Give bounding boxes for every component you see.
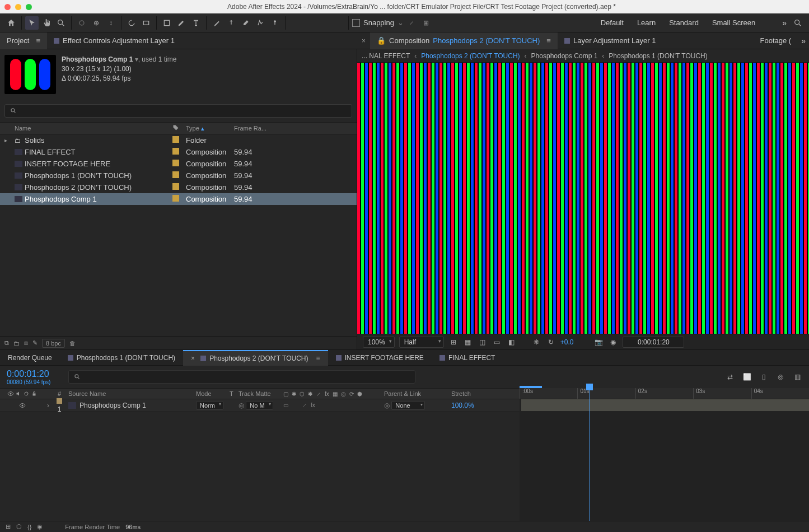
eye-icon[interactable] [19, 402, 26, 409]
timeline-tab[interactable]: FINAL EFFECT [432, 350, 503, 366]
new-adjustment-icon[interactable]: ✎ [32, 339, 38, 347]
transparency-grid-icon[interactable]: ⊞ [448, 337, 459, 347]
new-folder-icon[interactable]: 🗀 [13, 340, 20, 347]
exposure-value[interactable]: +0.0 [560, 338, 574, 346]
timeline-search-input[interactable] [68, 370, 415, 384]
toggle-render-icon[interactable]: ◉ [37, 523, 43, 530]
color-mgmt-icon[interactable]: ❋ [531, 337, 541, 347]
new-comp-icon[interactable]: ⧈ [24, 339, 28, 347]
snap-icon[interactable]: ⟋ [405, 16, 418, 30]
rotate-tool[interactable] [125, 16, 138, 30]
snapping-checkbox[interactable] [352, 19, 360, 27]
rectangle-tool[interactable] [139, 16, 153, 30]
zoom-tool[interactable] [54, 16, 68, 30]
project-items-list[interactable]: ▸🗀SolidsFolderFINAL EFFECTComposition59.… [0, 134, 357, 336]
eye-icon[interactable] [7, 390, 14, 397]
interpret-footage-icon[interactable]: ⧉ [4, 339, 9, 347]
type-tool[interactable] [189, 16, 203, 30]
toggle-switches-icon[interactable]: ⊞ [6, 523, 11, 530]
trash-icon[interactable]: 🗑 [69, 340, 76, 347]
breadcrumb-item-active[interactable]: Phosphodops 2 (DON'T TOUCH) [421, 52, 520, 60]
snapshot-icon[interactable]: 📷 [593, 337, 604, 347]
hand-tool[interactable] [40, 16, 53, 30]
comp-mini-flowchart-icon[interactable]: ⇄ [725, 372, 735, 382]
footage-tab[interactable]: Footage ( [754, 32, 798, 49]
shape-tool[interactable] [160, 16, 174, 30]
chevron-left-icon[interactable]: ‹ [414, 52, 417, 60]
mask-icon[interactable]: ▦ [463, 337, 473, 347]
workspace-default[interactable]: Default [601, 18, 624, 27]
time-ruler[interactable]: :00s 01s 02s 03s 04s [520, 388, 809, 399]
workspace-learn[interactable]: Learn [637, 18, 656, 27]
camera-tool[interactable]: ↕ [104, 16, 118, 30]
project-tab[interactable]: Project≡ [0, 32, 47, 49]
project-search-input[interactable] [4, 104, 352, 118]
toggle-in-out-icon[interactable]: {} [27, 524, 31, 530]
current-time-field[interactable]: 0:00:01:20 [623, 337, 684, 348]
project-item-row[interactable]: Phosphodops 2 (DON'T TOUCH)Composition59… [0, 181, 357, 193]
chevron-left-icon[interactable]: ‹ [525, 52, 527, 60]
workspace-standard[interactable]: Standard [669, 18, 699, 27]
timeline-timecode[interactable]: 0:00:01:20 00080 (59.94 fps) [0, 369, 62, 385]
motion-blur-icon[interactable]: ▥ [792, 372, 802, 382]
project-item-row[interactable]: FINAL EFFECTComposition59.94 [0, 146, 357, 158]
selection-tool[interactable] [25, 16, 39, 30]
tag-icon[interactable] [172, 124, 179, 131]
frame-blend-icon[interactable]: ◎ [775, 372, 785, 382]
guides-icon[interactable]: ▭ [492, 337, 502, 347]
bpc-button[interactable]: 8 bpc [42, 339, 65, 348]
workspace-smallscreen[interactable]: Small Screen [712, 18, 755, 27]
timeline-track-area[interactable] [520, 399, 809, 521]
orbit-tool[interactable] [75, 16, 88, 30]
channel-icon[interactable]: ◧ [507, 337, 517, 347]
show-snapshot-icon[interactable]: ◉ [608, 337, 618, 347]
effect-controls-tab[interactable]: Effect Controls Adjustment Layer 1 [47, 32, 181, 49]
composition-viewer[interactable] [357, 63, 809, 334]
minimize-window-button[interactable] [15, 4, 21, 10]
exposure-icon[interactable]: ↻ [546, 337, 556, 347]
brush-tool[interactable] [210, 16, 223, 30]
layer-tab[interactable]: Layer Adjustment Layer 1 [558, 32, 662, 49]
zoom-dropdown[interactable]: 100% [363, 337, 395, 348]
resolution-dropdown[interactable]: Half [399, 337, 444, 348]
audio-icon[interactable] [15, 390, 22, 397]
breadcrumb-item[interactable]: ... NAL EFFECT [362, 52, 410, 60]
twirl-icon[interactable]: › [45, 402, 53, 409]
pan-behind-tool[interactable]: ⊕ [90, 16, 103, 30]
timeline-tab[interactable]: Phosphodops 1 (DON'T TOUCH) [60, 350, 183, 366]
track-matte-dropdown[interactable]: No M [246, 401, 273, 410]
breadcrumb-item[interactable]: Phosphodops Comp 1 [531, 52, 598, 60]
region-icon[interactable]: ◫ [478, 337, 488, 347]
home-button[interactable] [4, 16, 18, 30]
zoom-window-button[interactable] [26, 4, 32, 10]
stretch-value[interactable]: 100.0% [449, 402, 488, 409]
eraser-tool[interactable] [239, 16, 252, 30]
pen-tool[interactable] [175, 16, 188, 30]
close-tab-icon[interactable]: × [357, 37, 370, 45]
layer-duration-bar[interactable] [521, 399, 809, 411]
composition-tab[interactable]: 🔒 Composition Phosphodops 2 (DON'T TOUCH… [370, 32, 558, 49]
draft-3d-icon[interactable]: ⬜ [742, 372, 752, 382]
snapping-toggle[interactable]: Snapping ⌄ [352, 18, 404, 27]
puppet-pin-tool[interactable] [268, 16, 282, 30]
project-item-row[interactable]: INSERT FOOTAGE HEREComposition59.94 [0, 158, 357, 170]
search-icon[interactable] [791, 16, 805, 30]
roto-brush-tool[interactable] [254, 16, 267, 30]
shy-icon[interactable]: ▯ [759, 372, 769, 382]
tabs-overflow-icon[interactable]: » [798, 36, 809, 45]
workspaces-overflow-icon[interactable]: » [779, 18, 790, 27]
project-item-row[interactable]: Phosphodops Comp 1Composition59.94 [0, 193, 357, 205]
parent-dropdown[interactable]: None [391, 401, 425, 410]
playhead[interactable] [590, 387, 590, 521]
timeline-tab-active[interactable]: ×Phosphodops 2 (DON'T TOUCH)≡ [183, 350, 328, 366]
project-item-row[interactable]: ▸🗀SolidsFolder [0, 134, 357, 146]
render-queue-tab[interactable]: Render Queue [0, 350, 60, 366]
project-item-row[interactable]: Phosphodops 1 (DON'T TOUCH)Composition59… [0, 170, 357, 181]
timeline-tab[interactable]: INSERT FOOTAGE HERE [328, 350, 432, 366]
breadcrumb-item[interactable]: Phosphodops 1 (DON'T TOUCH) [609, 52, 707, 60]
clone-stamp-tool[interactable] [225, 16, 238, 30]
lock-icon[interactable] [31, 390, 38, 397]
snap-grid-icon[interactable]: ⊞ [419, 16, 433, 30]
composition-thumbnail[interactable] [4, 55, 56, 94]
blend-mode-dropdown[interactable]: Norm [196, 401, 223, 410]
